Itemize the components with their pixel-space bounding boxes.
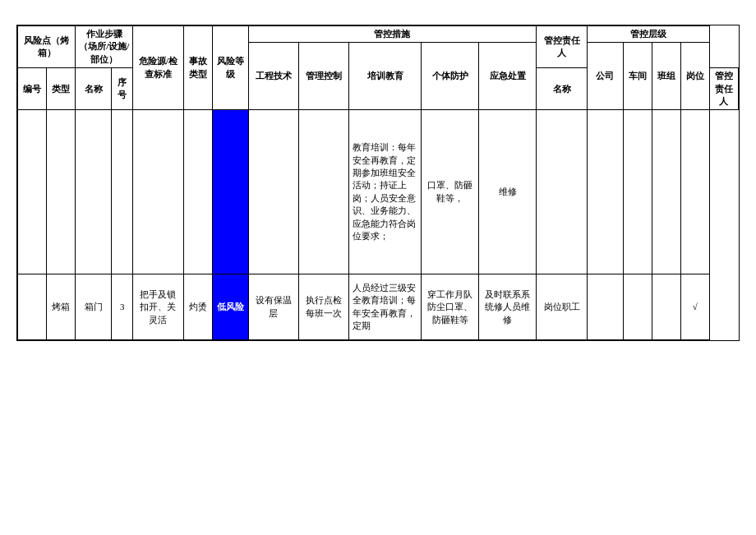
cell-accident-2: 灼烫: [183, 274, 212, 340]
table-row: 教育培训：每年安全再教育，定期参加班组安全活动；持证上岗；人员安全意识、业务能力…: [18, 110, 739, 274]
cell-team-2: [652, 274, 680, 340]
risk-table: 风险点（烤箱） 作业步骤（场所/设施/部位） 危险源/检查标准 事故类型 风险等…: [17, 25, 739, 340]
cell-company-1: [587, 110, 623, 274]
cell-position-1: [680, 110, 709, 274]
cell-person-2: 岗位职工: [537, 274, 587, 340]
header-position: 岗位: [680, 43, 709, 110]
cell-type-2: 烤箱: [47, 274, 76, 340]
cell-workshop-2: [623, 274, 652, 340]
header-risk-level: 风险等级: [212, 26, 248, 110]
cell-risk-level-2: 低风险: [212, 274, 248, 340]
cell-seq-2: 3: [112, 274, 133, 340]
header-haz-name: 名称: [537, 68, 587, 110]
cell-haz-1: [133, 110, 183, 274]
header-emergency: 应急处置: [479, 43, 537, 110]
cell-training-1: 教育培训：每年安全再教育，定期参加班组安全活动；持证上岗；人员安全意识、业务能力…: [349, 110, 422, 274]
header-workshop: 车间: [623, 43, 652, 110]
header-management: 管理控制: [298, 43, 348, 110]
cell-training-2: 人员经过三级安全教育培训；每年安全再教育，定期: [349, 274, 422, 340]
cell-engineering-1: [248, 110, 298, 274]
header-company: 公司: [587, 43, 623, 110]
header-hazard: 危险源/检查标准: [133, 26, 183, 110]
cell-company-2: [587, 274, 623, 340]
main-table-wrapper: 风险点（烤箱） 作业步骤（场所/设施/部位） 危险源/检查标准 事故类型 风险等…: [16, 25, 740, 341]
header-row-1: 风险点（烤箱） 作业步骤（场所/设施/部位） 危险源/检查标准 事故类型 风险等…: [18, 26, 739, 43]
cell-type-1: [47, 110, 76, 274]
header-type: 类型: [47, 68, 76, 110]
header-risk-point: 风险点（烤箱）: [18, 26, 76, 68]
header-team: 班组: [652, 43, 680, 110]
header-work-step: 作业步骤（场所/设施/部位）: [76, 26, 133, 68]
header-accident: 事故类型: [183, 26, 212, 110]
cell-num-1: [18, 110, 47, 274]
cell-workshop-1: [623, 110, 652, 274]
header-training: 培训教育: [349, 43, 422, 110]
header-seq: 序号: [112, 68, 133, 110]
cell-position-2: √: [680, 274, 709, 340]
header-control-level: 管控层级: [587, 26, 709, 43]
header-personal: 个体防护: [422, 43, 479, 110]
header-control-measures: 管控措施: [248, 26, 537, 43]
cell-management-2: 执行点检每班一次: [298, 274, 348, 340]
cell-emergency-2: 及时联系系统修人员维修: [479, 274, 537, 340]
cell-seq-1: [112, 110, 133, 274]
header-num: 编号: [18, 68, 47, 110]
cell-management-1: [298, 110, 348, 274]
cell-name-1: [76, 110, 112, 274]
cell-haz-2: 把手及锁扣开、关灵活: [133, 274, 183, 340]
cell-person-1: [537, 110, 587, 274]
header-control-person: 管控责任人: [537, 26, 587, 68]
header-control-person-label: 管控责任人: [709, 68, 738, 110]
cell-risk-level-1: [212, 110, 248, 274]
cell-emergency-1: 维修: [479, 110, 537, 274]
header-engineering: 工程技术: [248, 43, 298, 110]
table-row: 烤箱 箱门 3 把手及锁扣开、关灵活 灼烫 低风险 设有保温层 执行点检每班一次…: [18, 274, 739, 340]
cell-accident-1: [183, 110, 212, 274]
cell-num-2: [18, 274, 47, 340]
cell-personal-1: 口罩、防砸鞋等，: [422, 110, 479, 274]
cell-engineering-2: 设有保温层: [248, 274, 298, 340]
cell-personal-2: 穿工作月队防尘口罩、防砸鞋等: [422, 274, 479, 340]
cell-name-2: 箱门: [76, 274, 112, 340]
header-name: 名称: [76, 68, 112, 110]
cell-team-1: [652, 110, 680, 274]
